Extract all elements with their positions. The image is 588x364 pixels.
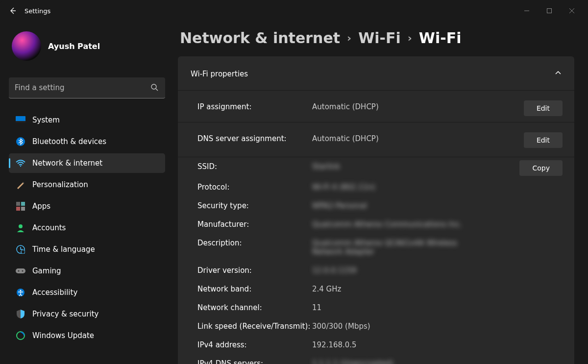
dns-assignment-row: DNS server assignment: Automatic (DHCP) …: [178, 122, 574, 157]
edit-dns-button[interactable]: Edit: [524, 132, 563, 148]
breadcrumb-wifi[interactable]: Wi-Fi: [358, 29, 401, 47]
sidebar-item-label: Bluetooth & devices: [32, 137, 106, 146]
chevron-right-icon: ›: [347, 32, 351, 44]
search-input[interactable]: [9, 77, 165, 98]
sidebar-item-label: System: [32, 116, 60, 124]
svg-point-10: [19, 224, 23, 228]
sidebar: Ayush Patel System Bluetooth & devices: [0, 22, 174, 364]
protocol-row: Protocol: Wi-Fi 4 (802.11n): [178, 178, 574, 196]
sidebar-item-label: Time & language: [32, 245, 95, 254]
dns-assignment-label: DNS server assignment:: [190, 131, 312, 146]
sidebar-item-gaming[interactable]: Gaming: [9, 261, 165, 281]
sidebar-item-label: Gaming: [32, 267, 61, 275]
driver-value: 12.0.0.1159: [312, 263, 563, 278]
minimize-button[interactable]: [515, 3, 538, 18]
band-label: Network band:: [190, 282, 312, 296]
user-profile[interactable]: Ayush Patel: [9, 31, 165, 61]
svg-point-12: [21, 250, 25, 254]
main-content: Network & internet › Wi-Fi › Wi-Fi Wi-Fi…: [174, 22, 588, 364]
accessibility-icon: [16, 288, 25, 297]
breadcrumb-current: Wi-Fi: [419, 29, 462, 47]
sidebar-item-label: Windows Update: [32, 331, 94, 340]
avatar: [12, 31, 41, 61]
sidebar-item-accounts[interactable]: Accounts: [9, 218, 165, 238]
update-icon: [16, 331, 25, 340]
sidebar-item-label: Accounts: [32, 223, 66, 232]
sidebar-item-network[interactable]: Network & internet: [9, 153, 165, 173]
channel-label: Network channel:: [190, 300, 312, 315]
sidebar-item-privacy[interactable]: Privacy & security: [9, 304, 165, 324]
card-header[interactable]: Wi-Fi properties: [178, 56, 574, 90]
ipv4-label: IPv4 address:: [190, 338, 312, 352]
window-title: Settings: [24, 7, 50, 15]
sidebar-item-label: Apps: [32, 202, 50, 211]
channel-row: Network channel: 11: [178, 298, 574, 317]
sidebar-item-personalization[interactable]: Personalization: [9, 175, 165, 194]
monitor-icon: [16, 115, 25, 125]
brush-icon: [16, 180, 25, 190]
svg-rect-0: [547, 9, 552, 13]
sidebar-item-windows-update[interactable]: Windows Update: [9, 326, 165, 345]
wifi-icon: [16, 158, 25, 168]
edit-ip-button[interactable]: Edit: [524, 100, 563, 116]
linkspeed-value: 300/300 (Mbps): [312, 319, 563, 334]
linkspeed-row: Link speed (Receive/Transmit): 300/300 (…: [178, 317, 574, 336]
sidebar-item-apps[interactable]: Apps: [9, 196, 165, 216]
svg-point-15: [22, 270, 24, 272]
app-body: Ayush Patel System Bluetooth & devices: [0, 22, 588, 364]
window-controls: [515, 3, 583, 18]
sidebar-item-label: Accessibility: [32, 288, 77, 297]
ssid-value: Starlink: [312, 159, 519, 174]
svg-rect-7: [21, 202, 25, 206]
sidebar-item-time-language[interactable]: Time & language: [9, 240, 165, 259]
svg-rect-3: [16, 121, 25, 122]
sidebar-item-accessibility[interactable]: Accessibility: [9, 283, 165, 302]
chevron-up-icon: [555, 69, 562, 78]
ipv4-row: IPv4 address: 192.168.0.5: [178, 336, 574, 354]
channel-value: 11: [312, 300, 563, 315]
titlebar: Settings: [0, 0, 588, 22]
settings-window: Settings Ayush Patel: [0, 0, 588, 364]
sidebar-item-system[interactable]: System: [9, 110, 165, 130]
ipv4dns-label: IPv4 DNS servers:: [190, 356, 312, 364]
user-name: Ayush Patel: [48, 42, 100, 51]
arrow-left-icon: [9, 7, 17, 15]
description-label: Description:: [190, 236, 312, 250]
svg-rect-13: [16, 268, 25, 273]
shield-icon: [16, 309, 25, 319]
maximize-button[interactable]: [538, 3, 561, 18]
minimize-icon: [524, 8, 529, 13]
search-wrapper: [9, 77, 165, 98]
copy-button[interactable]: Copy: [519, 160, 563, 176]
svg-rect-6: [16, 202, 20, 206]
breadcrumb: Network & internet › Wi-Fi › Wi-Fi: [178, 29, 574, 47]
description-value: Qualcomm Atheros QCA61x4A Wireless Netwo…: [312, 236, 459, 259]
sidebar-item-label: Personalization: [32, 180, 88, 189]
svg-rect-8: [16, 207, 20, 211]
gamepad-icon: [16, 266, 25, 276]
driver-label: Driver version:: [190, 263, 312, 278]
card-body: IP assignment: Automatic (DHCP) Edit DNS…: [178, 90, 574, 364]
svg-point-5: [20, 166, 21, 167]
security-row: Security type: WPA2-Personal: [178, 196, 574, 215]
sidebar-item-label: Network & internet: [32, 159, 102, 168]
back-button[interactable]: [5, 3, 21, 19]
protocol-label: Protocol:: [190, 180, 312, 194]
breadcrumb-network-internet[interactable]: Network & internet: [180, 29, 340, 47]
svg-rect-9: [21, 207, 25, 211]
ssid-row: SSID: Starlink Copy: [178, 157, 574, 178]
manufacturer-label: Manufacturer:: [190, 217, 312, 232]
svg-point-14: [18, 270, 20, 272]
close-icon: [569, 8, 574, 13]
ipv4dns-value: 1.1.1.1 (Unencrypted): [312, 356, 563, 364]
security-value: WPA2-Personal: [312, 198, 563, 213]
person-icon: [16, 223, 25, 233]
band-value: 2.4 GHz: [312, 282, 563, 296]
close-button[interactable]: [561, 3, 583, 18]
sidebar-item-bluetooth[interactable]: Bluetooth & devices: [9, 132, 165, 151]
dns-assignment-value: Automatic (DHCP): [312, 131, 524, 146]
bluetooth-icon: [16, 137, 25, 146]
wifi-properties-card: Wi-Fi properties IP assignment: Automati…: [178, 56, 574, 364]
ssid-label: SSID:: [190, 159, 312, 174]
ip-assignment-label: IP assignment:: [190, 99, 312, 114]
